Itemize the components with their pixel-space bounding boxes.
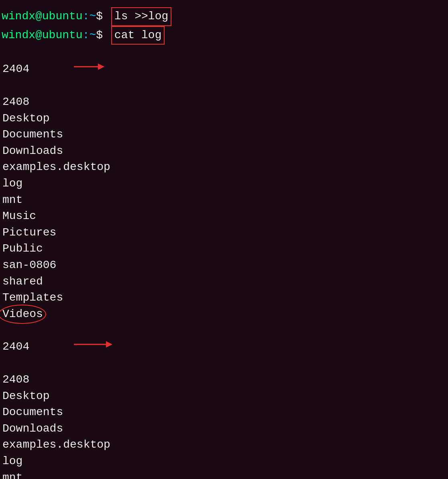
output-line-log-second: log [2, 453, 446, 470]
cmd-box-2: cat log [111, 26, 165, 45]
output-2404-second: 2404 [2, 339, 29, 355]
output-line-2408-second: 2408 [2, 372, 446, 388]
command-line-2: windx@ubuntu:~$ cat log [2, 26, 446, 45]
output-line-shared-first: shared [2, 274, 446, 290]
output-line-2408-first: 2408 [2, 94, 446, 111]
output-line-documents-second: Documents [2, 404, 446, 421]
prompt-dollar-2: $ [96, 27, 110, 44]
output-videos-oval: Videos [2, 306, 43, 323]
output-line-examples-second: examples.desktop [2, 437, 446, 453]
output-documents-second: Documents [2, 404, 63, 421]
output-templates-first: Templates [2, 290, 63, 306]
output-2404-first: 2404 [2, 61, 29, 78]
svg-marker-3 [106, 341, 112, 348]
output-music-first: Music [2, 208, 36, 225]
command-line-1: windx@ubuntu:~$ ls >>log [2, 7, 446, 26]
output-public-first: Public [2, 241, 43, 257]
output-line-desktop-second: Desktop [2, 388, 446, 405]
output-mnt-first: mnt [2, 192, 22, 209]
output-line-2404-first: 2404 [2, 45, 446, 94]
output-line-log-first: log [2, 176, 446, 192]
output-2408-second: 2408 [2, 372, 29, 388]
output-san-first: san-0806 [2, 257, 56, 274]
output-line-mnt-first: mnt [2, 192, 446, 209]
output-line-desktop-first: Desktop [2, 111, 446, 127]
cmd-box-1: ls >>log [111, 7, 171, 26]
output-line-music-first: Music [2, 208, 446, 225]
prompt-user-2: windx@ubuntu [2, 27, 83, 44]
output-line-downloads-first: Downloads [2, 143, 446, 160]
output-line-mnt-second: mnt [2, 470, 446, 479]
output-log-second: log [2, 453, 22, 470]
output-log-first: log [2, 176, 22, 192]
output-line-downloads-second: Downloads [2, 421, 446, 437]
output-line-public-first: Public [2, 241, 446, 257]
output-pictures-first: Pictures [2, 225, 56, 241]
output-shared-first: shared [2, 274, 43, 290]
output-line-templates-first: Templates [2, 290, 446, 306]
prompt-path-2: :~ [83, 27, 96, 44]
output-line-pictures-first: Pictures [2, 225, 446, 241]
output-line-2404-second: 2404 [2, 322, 446, 372]
output-downloads-second: Downloads [2, 421, 63, 437]
output-line-documents-first: Documents [2, 127, 446, 143]
terminal: windx@ubuntu:~$ ls >>log windx@ubuntu:~$… [0, 4, 448, 479]
output-line-san-first: san-0806 [2, 257, 446, 274]
output-desktop-first: Desktop [2, 111, 50, 127]
output-desktop-second: Desktop [2, 388, 50, 405]
svg-marker-1 [98, 63, 104, 70]
output-examples-second: examples.desktop [2, 437, 110, 453]
output-examples-first: examples.desktop [2, 159, 110, 176]
prompt-user-1: windx@ubuntu [2, 8, 83, 25]
output-2408-first: 2408 [2, 94, 29, 111]
output-mnt-second: mnt [2, 470, 22, 479]
arrow-icon-first [33, 45, 105, 94]
prompt-dollar-1: $ [96, 8, 110, 25]
output-documents-first: Documents [2, 127, 63, 143]
prompt-path-1: :~ [83, 8, 96, 25]
arrow-icon-second [33, 322, 113, 372]
output-line-examples-first: examples.desktop [2, 159, 446, 176]
output-line-videos-first: Videos [2, 306, 446, 323]
output-downloads-first: Downloads [2, 143, 63, 160]
